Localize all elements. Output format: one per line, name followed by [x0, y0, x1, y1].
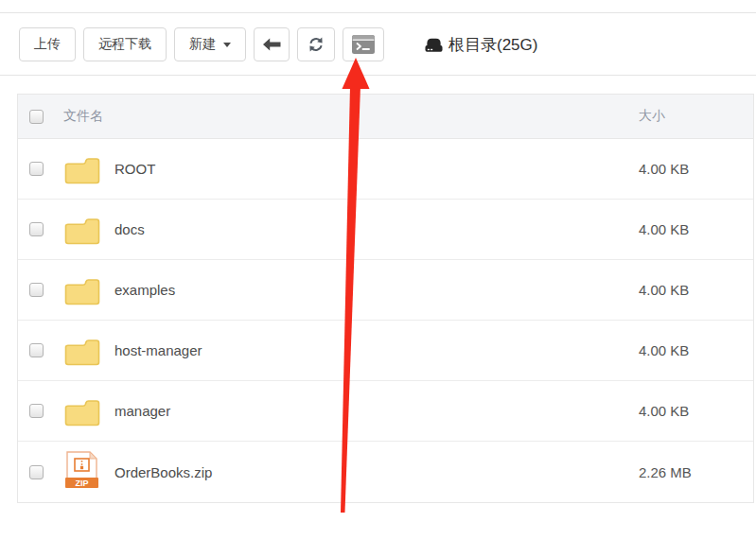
refresh-button[interactable]	[297, 27, 335, 61]
back-button[interactable]	[254, 27, 290, 61]
file-size: 4.00 KB	[639, 342, 753, 358]
hard-drive-icon	[425, 37, 443, 53]
column-header-size: 大小	[639, 108, 753, 125]
terminal-icon	[351, 34, 376, 55]
table-row[interactable]: examples 4.00 KB	[18, 260, 753, 321]
file-size: 2.26 MB	[639, 464, 753, 480]
folder-icon	[63, 274, 101, 306]
table-row[interactable]: ROOT 4.00 KB	[18, 139, 753, 200]
new-button-label: 新建	[189, 36, 216, 53]
row-checkbox[interactable]	[29, 404, 44, 418]
chevron-down-icon	[223, 43, 231, 47]
arrow-left-icon	[263, 38, 281, 51]
new-dropdown-button[interactable]: 新建	[174, 27, 246, 61]
folder-icon	[63, 214, 101, 246]
table-header: 文件名 大小	[18, 95, 753, 139]
toolbar: 上传 远程下载 新建 根目录(2	[19, 27, 537, 61]
file-size: 4.00 KB	[639, 221, 753, 237]
row-checkbox[interactable]	[29, 465, 44, 479]
row-checkbox[interactable]	[29, 283, 44, 297]
file-name[interactable]: examples	[114, 282, 639, 298]
table-row[interactable]: ZIP OrderBooks.zip 2.26 MB	[18, 442, 753, 502]
row-checkbox[interactable]	[29, 343, 44, 357]
row-checkbox[interactable]	[29, 222, 44, 236]
file-size: 4.00 KB	[639, 161, 753, 177]
disk-label: 根目录(25G)	[448, 34, 537, 56]
row-checkbox[interactable]	[29, 162, 44, 176]
zip-badge-label: ZIP	[75, 479, 88, 488]
select-all-checkbox[interactable]	[29, 110, 44, 124]
file-name[interactable]: OrderBooks.zip	[114, 464, 639, 480]
terminal-button[interactable]	[343, 27, 384, 61]
file-name[interactable]: manager	[114, 403, 639, 419]
zip-file-icon: ZIP	[63, 450, 101, 494]
disk-root-selector[interactable]: 根目录(25G)	[425, 34, 537, 56]
file-name[interactable]: ROOT	[114, 161, 639, 177]
file-size: 4.00 KB	[639, 403, 753, 419]
file-name[interactable]: docs	[114, 221, 639, 237]
file-name[interactable]: host-manager	[114, 342, 639, 358]
file-table: 文件名 大小 ROOT 4.00 KB docs 4.00 KB example…	[17, 94, 754, 503]
folder-icon	[63, 395, 101, 427]
table-row[interactable]: host-manager 4.00 KB	[18, 321, 753, 381]
top-divider	[0, 12, 756, 13]
folder-icon	[63, 335, 101, 367]
refresh-icon	[308, 36, 325, 53]
remote-download-button[interactable]: 远程下载	[83, 27, 167, 61]
column-header-filename: 文件名	[63, 108, 639, 125]
table-row[interactable]: docs 4.00 KB	[18, 200, 753, 260]
table-row[interactable]: manager 4.00 KB	[18, 381, 753, 442]
toolbar-divider	[0, 75, 756, 76]
upload-button[interactable]: 上传	[19, 27, 76, 61]
folder-icon	[63, 153, 101, 185]
file-size: 4.00 KB	[639, 282, 753, 298]
